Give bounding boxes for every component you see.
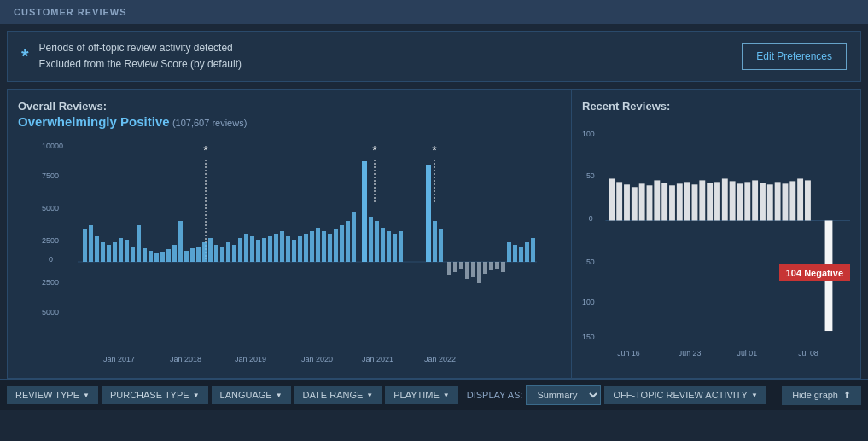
svg-rect-92	[730, 182, 736, 221]
svg-rect-57	[426, 165, 431, 262]
svg-rect-85	[677, 184, 683, 221]
svg-rect-27	[220, 247, 224, 262]
svg-rect-10	[119, 238, 123, 262]
svg-rect-77	[616, 183, 622, 221]
x-jul01: Jul 01	[737, 350, 758, 358]
svg-rect-41	[304, 234, 308, 262]
review-type-button[interactable]: REVIEW TYPE ▼	[7, 386, 98, 404]
asterisk-marker-1: *	[203, 143, 208, 157]
svg-rect-54	[387, 231, 391, 262]
svg-rect-81	[647, 186, 653, 221]
svg-rect-88	[699, 181, 705, 221]
svg-rect-26	[214, 245, 218, 262]
y-right-50-top: 50	[586, 172, 595, 181]
language-button[interactable]: LANGUAGE ▼	[212, 386, 291, 404]
svg-rect-24	[202, 242, 207, 262]
hide-graph-label: Hide graph	[792, 390, 838, 400]
y-right-100-top: 100	[582, 131, 595, 139]
y-right-50-bot: 50	[586, 258, 595, 266]
svg-rect-89	[707, 183, 713, 221]
svg-rect-79	[632, 188, 638, 221]
svg-rect-84	[669, 186, 675, 221]
svg-rect-18	[166, 249, 171, 262]
svg-rect-90	[714, 183, 720, 221]
language-label: LANGUAGE	[220, 390, 272, 400]
y-label-0: 0	[49, 255, 53, 264]
svg-rect-36	[274, 234, 278, 262]
svg-rect-61	[453, 262, 457, 272]
overall-sentiment: Overwhelmingly Positive (107,607 reviews…	[18, 114, 561, 129]
hide-graph-icon: ⬆	[843, 390, 851, 401]
svg-rect-91	[722, 179, 728, 221]
playtime-label: PLAYTIME	[393, 390, 440, 400]
purchase-type-button[interactable]: PURCHASE TYPE ▼	[102, 386, 208, 404]
svg-rect-69	[501, 262, 505, 272]
svg-rect-44	[322, 231, 326, 262]
svg-rect-97	[767, 185, 773, 221]
purchase-type-arrow-icon: ▼	[193, 392, 200, 399]
svg-rect-21	[184, 251, 189, 262]
svg-rect-83	[661, 183, 667, 221]
off-topic-arrow-icon: ▼	[751, 392, 758, 399]
review-count: (107,607 reviews)	[172, 118, 247, 128]
x-jan-2018: Jan 2018	[170, 355, 201, 363]
overall-reviews-label: Overall Reviews:	[18, 100, 561, 113]
svg-rect-46	[334, 229, 338, 262]
svg-rect-7	[101, 242, 105, 262]
charts-container: Overall Reviews: Overwhelmingly Positive…	[7, 89, 861, 379]
svg-rect-74	[531, 238, 535, 262]
date-range-button[interactable]: DATE RANGE ▼	[294, 386, 382, 404]
y-label-2500-bot: 2500	[42, 278, 59, 287]
page-header: CUSTOMER REVIEWS	[0, 0, 868, 24]
svg-rect-29	[232, 245, 236, 262]
asterisk-marker-3: *	[432, 143, 437, 157]
display-as-select[interactable]: Summary Expanded	[526, 385, 601, 405]
svg-rect-42	[310, 231, 314, 262]
off-topic-button[interactable]: OFF-TOPIC REVIEW ACTIVITY ▼	[604, 386, 766, 404]
svg-rect-100	[789, 182, 795, 221]
svg-rect-22	[190, 248, 195, 262]
svg-rect-6	[95, 236, 99, 262]
svg-rect-28	[226, 242, 230, 262]
svg-rect-98	[775, 183, 781, 221]
purchase-type-label: PURCHASE TYPE	[110, 390, 189, 400]
svg-rect-31	[244, 234, 248, 262]
svg-rect-25	[208, 238, 213, 262]
svg-rect-8	[107, 245, 111, 262]
edit-preferences-button[interactable]: Edit Preferences	[742, 43, 847, 70]
svg-rect-11	[125, 240, 129, 262]
recent-reviews-label: Recent Reviews:	[582, 100, 850, 113]
asterisk-marker-2: *	[372, 143, 377, 157]
svg-rect-13	[137, 225, 141, 262]
svg-rect-14	[143, 248, 147, 262]
notification-line2: Excluded from the Review Score (by defau…	[39, 56, 242, 73]
svg-rect-15	[149, 251, 153, 262]
svg-rect-101	[797, 179, 803, 221]
notification-bar: * Periods of off-topic review activity d…	[7, 31, 861, 82]
x-jan-2019: Jan 2019	[235, 355, 266, 363]
svg-rect-62	[459, 262, 463, 269]
y-label-10000: 10000	[42, 142, 63, 150]
svg-rect-19	[172, 245, 177, 262]
svg-rect-87	[692, 185, 698, 221]
right-chart-panel: Recent Reviews: 100 50 0 50 100 150	[571, 89, 861, 379]
svg-rect-34	[262, 238, 266, 262]
svg-rect-52	[375, 221, 379, 262]
y-label-2500-top: 2500	[42, 236, 59, 245]
svg-rect-64	[471, 262, 475, 277]
playtime-button[interactable]: PLAYTIME ▼	[385, 386, 458, 404]
asterisk-icon: *	[21, 45, 29, 67]
svg-rect-66	[483, 262, 487, 274]
svg-rect-86	[684, 183, 690, 221]
svg-rect-17	[160, 252, 165, 262]
left-chart-svg: 10000 7500 5000 2500 0 2500 5000 * * *	[18, 136, 561, 366]
hide-graph-button[interactable]: Hide graph ⬆	[782, 386, 861, 405]
x-jan-2017: Jan 2017	[103, 355, 135, 363]
notification-content: * Periods of off-topic review activity d…	[21, 40, 242, 73]
negative-tooltip: 104 Negative	[779, 264, 850, 281]
language-arrow-icon: ▼	[276, 392, 283, 399]
x-jul08: Jul 08	[798, 350, 818, 358]
y-right-150-bot: 150	[582, 333, 595, 341]
svg-rect-56	[399, 231, 403, 262]
svg-rect-96	[760, 183, 766, 221]
